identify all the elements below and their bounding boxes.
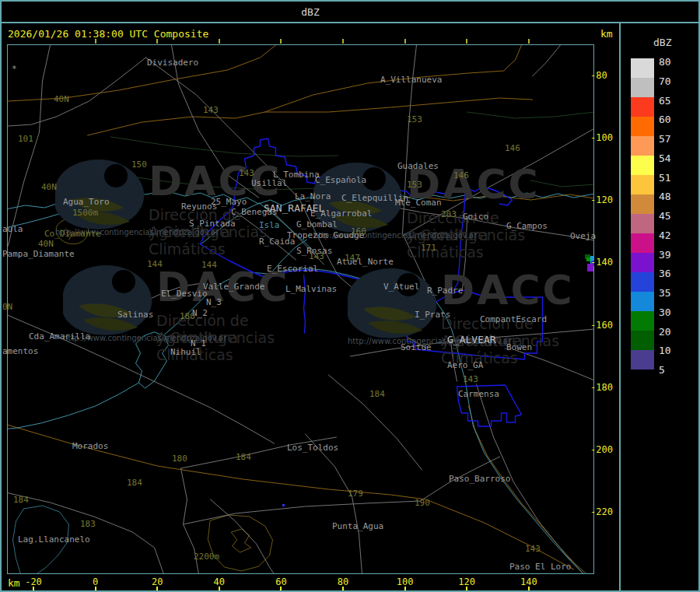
place-label: E_Escorial bbox=[267, 264, 318, 274]
route-number-label: 153 bbox=[407, 180, 422, 190]
route-number-label: 150 bbox=[131, 160, 147, 170]
scale-swatch bbox=[631, 214, 654, 233]
scale-tick-label: 51 bbox=[659, 172, 671, 182]
route-number-label: 153 bbox=[407, 115, 422, 124]
route-number-label: 146 bbox=[505, 144, 520, 153]
route-number-label: 184 bbox=[127, 478, 142, 488]
right-axis-tick-label: -120 bbox=[590, 195, 613, 205]
route-number-label: 143 bbox=[203, 106, 219, 115]
scale-tick-label: 5 bbox=[659, 365, 665, 375]
scale-tick-label: 20 bbox=[659, 326, 671, 336]
axis-unit-label: km bbox=[600, 28, 613, 40]
place-label: Divisadero bbox=[147, 58, 198, 68]
top-axis-tick bbox=[219, 39, 220, 44]
route-number-label: 180 bbox=[180, 312, 195, 321]
route-number-label: 143 bbox=[463, 375, 478, 384]
scale-swatch bbox=[631, 272, 654, 292]
route-number-label: 144 bbox=[147, 260, 163, 269]
route-number-label: 190 bbox=[415, 499, 430, 508]
bottom-axis-unit: km bbox=[8, 577, 20, 589]
watermark-line2: y Contingencias Climáticas bbox=[156, 329, 323, 363]
place-label: S_Pintada bbox=[189, 219, 236, 229]
scale-swatch bbox=[631, 331, 654, 350]
scale-swatch bbox=[631, 78, 654, 97]
scale-tick-label: 60 bbox=[659, 114, 671, 124]
bottom-axis-tick-label: 140 bbox=[520, 577, 537, 587]
bottom-axis-tick bbox=[404, 587, 406, 592]
bottom-axis-tick bbox=[95, 587, 96, 592]
scale-tick-label: 30 bbox=[659, 307, 671, 317]
route-number-label: Co_Diamante bbox=[44, 229, 101, 239]
radar-app-window: dBZ 2026/01/26 01:38:00 UTC Composite km bbox=[0, 0, 700, 592]
route-number-label: 184 bbox=[13, 496, 29, 505]
window-title: dBZ bbox=[2, 6, 619, 18]
place-label: Bowen bbox=[506, 343, 532, 352]
place-label: Guadales bbox=[397, 162, 439, 171]
route-number-label: 171 bbox=[421, 243, 436, 253]
scale-tick-label: 80 bbox=[659, 57, 671, 67]
bottom-axis-tick-label: 60 bbox=[275, 577, 286, 587]
route-number-label: 183 bbox=[80, 520, 96, 529]
route-number-label: 143 bbox=[239, 169, 254, 178]
bottom-axis-tick-label: 0 bbox=[93, 577, 98, 587]
route-number-label: 101 bbox=[18, 135, 33, 144]
scale-tick-label: 42 bbox=[659, 229, 671, 240]
scale-swatch bbox=[631, 156, 654, 175]
place-label: amentos bbox=[2, 347, 38, 356]
right-axis-tick-label: -200 bbox=[590, 445, 613, 454]
place-label: Soitue bbox=[401, 343, 432, 352]
place-label: Lag.Llancanelo bbox=[18, 535, 90, 545]
scale-tick-label: 54 bbox=[659, 152, 671, 163]
water-label: Isla bbox=[259, 221, 280, 230]
scale-swatch bbox=[631, 97, 654, 117]
route-number-label: 40N bbox=[38, 240, 54, 249]
scale-tick-label: 70 bbox=[659, 75, 671, 86]
place-label: * bbox=[12, 65, 17, 74]
place-label: CompantEscard bbox=[480, 315, 547, 324]
place-label: Paso_Barroso bbox=[449, 475, 510, 484]
bottom-axis-tick-label: 40 bbox=[214, 577, 225, 587]
top-axis-tick bbox=[342, 39, 344, 44]
right-axis-tick-label: -220 bbox=[590, 507, 613, 517]
place-label: G_Campos bbox=[506, 222, 548, 231]
top-axis-tick bbox=[280, 39, 282, 44]
route-number-label: 144 bbox=[201, 261, 217, 270]
watermark-line1: Dirección de Agricultura bbox=[407, 209, 573, 243]
bottom-axis-tick-label: 100 bbox=[397, 577, 414, 587]
panel-divider bbox=[619, 23, 621, 590]
title-bar: dBZ bbox=[2, 2, 698, 23]
right-axis-tick-label: -100 bbox=[590, 133, 613, 142]
place-label: El_Desvio bbox=[161, 289, 208, 299]
scale-swatch bbox=[631, 136, 654, 156]
route-number-label: 179 bbox=[348, 489, 363, 499]
place-label: Paso El Loro bbox=[509, 562, 571, 572]
route-number-label: 147 bbox=[345, 254, 360, 263]
bottom-axis-tick bbox=[280, 587, 282, 592]
dacc-eagle-logo-icon bbox=[343, 264, 439, 340]
route-number-label: 184 bbox=[236, 453, 251, 462]
scale-tick-label: 45 bbox=[659, 211, 671, 221]
place-label: L_Malvinas bbox=[285, 285, 337, 294]
bottom-axis-tick bbox=[156, 587, 158, 592]
place-label: Morados bbox=[72, 442, 108, 451]
scale-swatch bbox=[631, 292, 654, 311]
place-label: Cda_Amarilla bbox=[29, 332, 90, 342]
timestamp-label: 2026/01/26 01:38:00 UTC Composite bbox=[8, 28, 208, 40]
place-label: I_Prats bbox=[415, 310, 450, 320]
place-label: Goico bbox=[463, 212, 488, 222]
place-label: Pampa_Diamante bbox=[2, 250, 75, 259]
bottom-axis-tick-label: 80 bbox=[338, 577, 348, 587]
scale-swatch bbox=[631, 233, 654, 253]
top-axis-tick bbox=[95, 39, 96, 44]
top-axis-tick bbox=[156, 39, 158, 44]
place-label: Punta_Agua bbox=[332, 522, 383, 531]
place-label: Aero_GA bbox=[447, 361, 483, 370]
route-number-label: 160 bbox=[351, 227, 366, 236]
scale-swatch bbox=[631, 253, 654, 272]
place-label: 25_Mayo bbox=[211, 198, 247, 207]
bottom-axis-tick bbox=[33, 587, 34, 592]
route-number-label: 2200m bbox=[194, 552, 219, 562]
top-axis-tick bbox=[404, 39, 406, 44]
bottom-axis-tick bbox=[466, 587, 467, 592]
route-number-label: 40N bbox=[54, 95, 69, 104]
